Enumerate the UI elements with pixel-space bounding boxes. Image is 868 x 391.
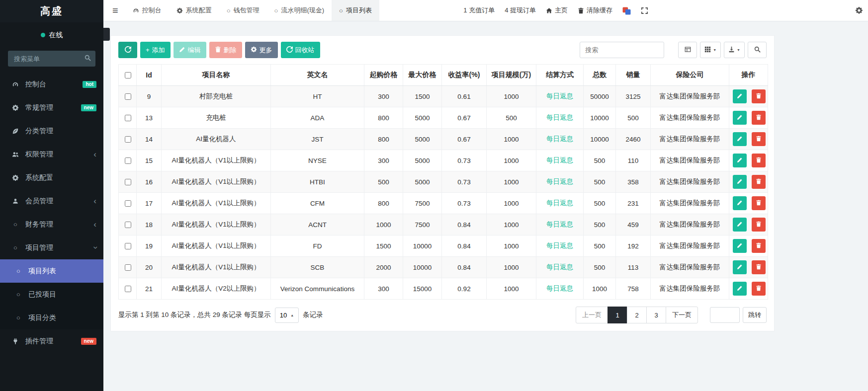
sidebar-search-input[interactable] xyxy=(8,51,95,67)
sidebar-item-project-category[interactable]: ○ 项目分类 xyxy=(0,306,103,329)
column-header[interactable]: 操作 xyxy=(729,65,768,86)
delete-row-button[interactable] xyxy=(752,154,766,167)
search-submit-button[interactable] xyxy=(748,42,767,58)
tab-sysconfig[interactable]: 系统配置 xyxy=(169,0,219,21)
column-header[interactable]: 项目规模(万) xyxy=(487,65,536,86)
row-checkbox[interactable] xyxy=(125,243,131,249)
edit-row-button[interactable] xyxy=(733,282,747,296)
sidebar-item-member[interactable]: 会员管理 ‹ xyxy=(0,189,103,213)
delete-row-button[interactable] xyxy=(752,175,766,189)
recycle-bin-button[interactable]: 回收站 xyxy=(281,42,320,58)
link-recharge-orders[interactable]: 1 充值订单 xyxy=(463,6,495,15)
delete-row-button[interactable] xyxy=(752,132,766,146)
cell-settlement[interactable]: 每日返息 xyxy=(536,214,584,235)
column-header[interactable]: Id xyxy=(137,65,162,86)
edit-row-button[interactable] xyxy=(733,239,747,253)
add-button[interactable]: +添加 xyxy=(140,42,171,58)
row-checkbox[interactable] xyxy=(125,286,131,292)
export-dropdown-button[interactable]: ▼ xyxy=(724,42,745,58)
fullscreen-icon[interactable] xyxy=(641,7,648,14)
next-page-button[interactable]: 下一页 xyxy=(666,307,698,323)
language-icon[interactable] xyxy=(622,6,631,15)
sidebar-item-general[interactable]: 常规管理 new xyxy=(0,96,103,119)
row-checkbox[interactable] xyxy=(125,222,131,228)
link-withdraw-orders[interactable]: 4 提现订单 xyxy=(505,6,536,15)
more-button[interactable]: 更多 xyxy=(245,42,278,58)
edit-button[interactable]: 编辑 xyxy=(174,42,206,58)
edit-row-button[interactable] xyxy=(733,89,747,103)
link-home[interactable]: 主页 xyxy=(546,6,568,15)
page-1-button[interactable]: 1 xyxy=(608,307,627,323)
cell-settlement[interactable]: 每日返息 xyxy=(536,235,584,257)
column-header[interactable]: 最大价格 xyxy=(403,65,442,86)
sidebar-item-auth[interactable]: 权限管理 ‹ xyxy=(0,143,103,166)
column-header[interactable]: 总数 xyxy=(584,65,616,86)
edit-row-button[interactable] xyxy=(733,196,747,210)
tab-console[interactable]: 控制台 xyxy=(125,0,169,21)
sidebar-item-finance[interactable]: ○ 财务管理 ‹ xyxy=(0,213,103,236)
row-checkbox[interactable] xyxy=(125,179,131,185)
tab-project-list[interactable]: ○项目列表 xyxy=(332,0,379,21)
delete-row-button[interactable] xyxy=(752,282,766,296)
cell-settlement[interactable]: 每日返息 xyxy=(536,257,584,278)
delete-row-button[interactable] xyxy=(752,196,766,210)
link-clear-cache[interactable]: 清除缓存 xyxy=(578,6,612,15)
cell-total: 10000 xyxy=(584,107,616,129)
prev-page-button[interactable]: 上一页 xyxy=(576,307,608,323)
tab-flow[interactable]: ○流水明细(现金) xyxy=(267,0,332,21)
row-checkbox[interactable] xyxy=(125,200,131,207)
tab-wallet[interactable]: ○钱包管理 xyxy=(219,0,267,21)
edit-row-button[interactable] xyxy=(733,132,747,146)
delete-row-button[interactable] xyxy=(752,111,766,125)
online-dot-icon xyxy=(41,33,45,37)
delete-row-button[interactable] xyxy=(752,260,766,274)
column-header[interactable]: 起购价格 xyxy=(364,65,403,86)
cell-settlement[interactable]: 每日返息 xyxy=(536,150,584,171)
column-header[interactable]: 收益率(%) xyxy=(442,65,487,86)
row-checkbox[interactable] xyxy=(125,157,131,164)
column-header[interactable]: 项目名称 xyxy=(162,65,271,86)
sidebar-item-project-list[interactable]: ○ 项目列表 xyxy=(0,259,103,283)
delete-button[interactable]: 删除 xyxy=(209,42,242,58)
delete-row-button[interactable] xyxy=(752,89,766,103)
refresh-button[interactable] xyxy=(118,42,137,58)
sidebar-item-sysconfig[interactable]: 系统配置 xyxy=(0,166,103,189)
edit-row-button[interactable] xyxy=(733,260,747,274)
jump-page-input[interactable] xyxy=(710,307,740,323)
toggle-search-panel-button[interactable] xyxy=(678,42,697,58)
sidebar-item-plugin[interactable]: 插件管理 new xyxy=(0,329,103,353)
edit-row-button[interactable] xyxy=(733,218,747,232)
sidebar-item-project[interactable]: ○ 项目管理 ‹ xyxy=(0,236,103,259)
jump-button[interactable]: 跳转 xyxy=(743,307,767,323)
columns-dropdown-button[interactable]: ▼ xyxy=(700,42,721,58)
table-search-input[interactable] xyxy=(580,42,664,58)
page-size-dropdown[interactable]: 10▲ xyxy=(275,308,299,323)
cell-settlement[interactable]: 每日返息 xyxy=(536,171,584,193)
edit-row-button[interactable] xyxy=(733,111,747,125)
delete-row-button[interactable] xyxy=(752,218,766,232)
cell-settlement[interactable]: 每日返息 xyxy=(536,278,584,300)
edit-row-button[interactable] xyxy=(733,175,747,189)
cell-settlement[interactable]: 每日返息 xyxy=(536,107,584,129)
row-checkbox[interactable] xyxy=(125,136,131,143)
cell-settlement[interactable]: 每日返息 xyxy=(536,86,584,107)
row-checkbox[interactable] xyxy=(125,115,131,121)
settings-gear-icon[interactable] xyxy=(855,6,863,16)
cell-settlement[interactable]: 每日返息 xyxy=(536,129,584,150)
row-checkbox[interactable] xyxy=(125,264,131,271)
sidebar-item-invested[interactable]: ○ 已投项目 xyxy=(0,283,103,306)
column-header[interactable]: 销量 xyxy=(616,65,651,86)
cell-settlement[interactable]: 每日返息 xyxy=(536,193,584,214)
select-all-checkbox[interactable] xyxy=(125,72,131,78)
row-checkbox[interactable] xyxy=(125,93,131,100)
column-header[interactable]: 结算方式 xyxy=(536,65,584,86)
sidebar-item-category[interactable]: 分类管理 xyxy=(0,119,103,143)
page-3-button[interactable]: 3 xyxy=(646,307,666,323)
column-header[interactable]: 保险公司 xyxy=(651,65,729,86)
sidebar-item-console[interactable]: 控制台 hot xyxy=(0,73,103,96)
page-2-button[interactable]: 2 xyxy=(627,307,647,323)
column-header[interactable]: 英文名 xyxy=(271,65,364,86)
edit-row-button[interactable] xyxy=(733,154,747,167)
delete-row-button[interactable] xyxy=(752,239,766,253)
menu-toggle-icon[interactable]: ≡ xyxy=(112,5,118,16)
